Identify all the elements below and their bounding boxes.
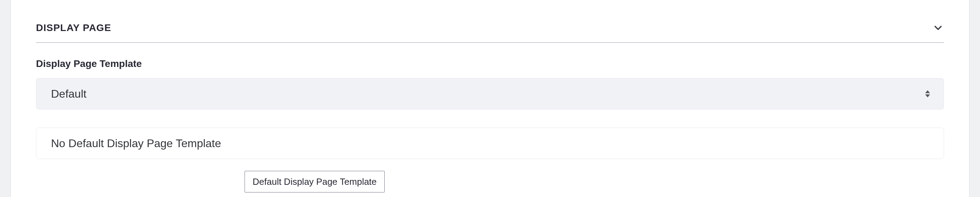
section-header-display-page[interactable]: DISPLAY PAGE <box>36 21 944 43</box>
page-root: DISPLAY PAGE Display Page Template Defau… <box>0 0 980 197</box>
display-page-template-select-wrap: Default <box>36 78 944 109</box>
display-page-template-selected-value: Default <box>51 86 86 102</box>
default-display-page-info-text: No Default Display Page Template <box>51 136 221 151</box>
default-display-page-info: No Default Display Page Template <box>36 128 944 159</box>
display-page-template-select[interactable]: Default <box>36 78 944 109</box>
tooltip-default-display-page-template: Default Display Page Template <box>245 171 385 192</box>
section-title: DISPLAY PAGE <box>36 21 111 35</box>
chevron-down-icon <box>932 22 944 34</box>
svg-marker-1 <box>925 95 930 98</box>
display-page-card: DISPLAY PAGE Display Page Template Defau… <box>11 0 969 197</box>
display-page-template-label: Display Page Template <box>36 57 944 71</box>
svg-marker-0 <box>925 90 930 93</box>
select-caret-icon <box>924 90 931 98</box>
